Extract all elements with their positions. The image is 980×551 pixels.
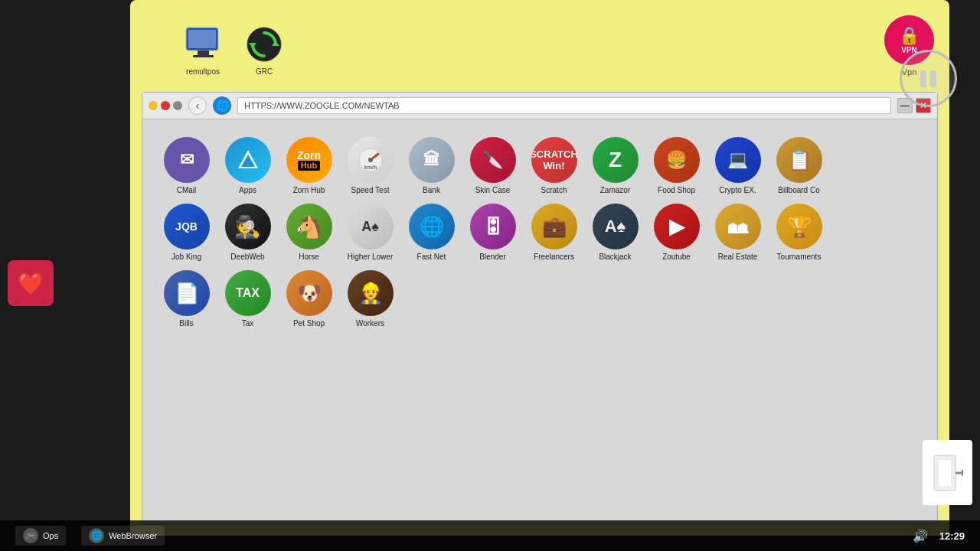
workers-label: Workers bbox=[356, 319, 384, 328]
taskbar: 🎮 Ops 🌐 WebBrowser 🔊 12:29 bbox=[0, 520, 980, 551]
volume-icon[interactable]: 🔊 bbox=[913, 529, 928, 543]
jobking-icon: JQB bbox=[164, 204, 210, 249]
clock: 12:29 bbox=[939, 530, 965, 542]
scratch-label: Scratch bbox=[541, 186, 567, 195]
bills-label: Bills bbox=[179, 319, 193, 328]
app-item-horse[interactable]: 🐴 Horse bbox=[280, 201, 338, 264]
app-item-fastnet[interactable]: 🌐 Fast Net bbox=[403, 201, 460, 264]
realestate-icon: 🏘 bbox=[715, 204, 761, 249]
remote-desktop-label: remultpos bbox=[186, 67, 220, 76]
app-item-workers[interactable]: 👷 Workers bbox=[341, 268, 399, 331]
horse-icon: 🐴 bbox=[286, 204, 332, 249]
app-item-tax[interactable]: TAX Tax bbox=[219, 268, 276, 331]
bank-icon: 🏛 bbox=[409, 137, 455, 183]
desktop-icon-remote[interactable]: remultpos bbox=[176, 23, 230, 76]
traffic-lights bbox=[149, 101, 182, 110]
speedtest-label: Speed Test bbox=[351, 186, 390, 195]
blender-label: Blender bbox=[479, 253, 505, 262]
speedtest-icon: km/h bbox=[348, 137, 394, 183]
browser-window: ‹ 🌐 HTTPS://WWW.ZOOGLE.COM/NEWTAB — ✕ bbox=[142, 92, 938, 524]
apps-icon bbox=[225, 137, 271, 183]
desktop-icons-area: remultpos GRC bbox=[130, 0, 949, 83]
app-item-blender[interactable]: 🎛 Blender bbox=[464, 201, 521, 264]
zoutube-label: Zoutube bbox=[662, 253, 691, 262]
app-item-zamazor[interactable]: Z Zamazor bbox=[586, 135, 644, 197]
taskbar-webbrowser[interactable]: 🌐 WebBrowser bbox=[81, 526, 165, 546]
minimize-button[interactable] bbox=[149, 101, 158, 110]
blender-icon: 🎛 bbox=[470, 204, 516, 249]
zoutube-icon: ▶ bbox=[654, 204, 700, 249]
app-item-higherlower[interactable]: A♠ Higher Lower bbox=[341, 201, 399, 264]
app-item-zornhub[interactable]: Zorn Hub Zorn Hub bbox=[280, 135, 338, 197]
pause-icon bbox=[920, 70, 936, 87]
svg-text:km/h: km/h bbox=[364, 165, 376, 170]
petshop-icon: 🐶 bbox=[286, 270, 332, 316]
apps-label: Apps bbox=[239, 186, 256, 195]
close-button[interactable] bbox=[161, 101, 170, 110]
skincase-label: Skin Case bbox=[475, 186, 511, 195]
back-button[interactable]: ‹ bbox=[188, 96, 207, 115]
app-item-bank[interactable]: 🏛 Bank bbox=[403, 135, 460, 197]
app-item-deebweb[interactable]: 🕵 DeebWeb bbox=[219, 201, 276, 264]
higherlower-label: Higher Lower bbox=[348, 253, 393, 262]
fullscreen-button[interactable] bbox=[173, 101, 182, 110]
webbrowser-label: WebBrowser bbox=[109, 531, 157, 540]
zamazor-label: Zamazor bbox=[600, 186, 630, 195]
horse-label: Horse bbox=[299, 253, 319, 262]
heart-widget[interactable]: ❤️ bbox=[8, 260, 54, 306]
exit-button[interactable] bbox=[923, 440, 972, 505]
webbrowser-icon: 🌐 bbox=[89, 528, 104, 543]
app-item-foodshop[interactable]: 🍔 Food Shop bbox=[648, 135, 705, 197]
taskbar-ops[interactable]: 🎮 Ops bbox=[15, 526, 66, 546]
app-item-realestate[interactable]: 🏘 Real Estate bbox=[709, 201, 766, 264]
blackjack-label: Blackjack bbox=[599, 253, 631, 262]
app-item-speedtest[interactable]: km/h Speed Test bbox=[341, 135, 399, 197]
app-row-3: 📄 Bills TAX Tax 🐶 Pet Shop bbox=[158, 268, 922, 331]
zamazor-icon: Z bbox=[593, 137, 639, 183]
svg-rect-1 bbox=[188, 30, 216, 48]
app-item-zoutube[interactable]: ▶ Zoutube bbox=[648, 201, 705, 264]
url-text: HTTPS://WWW.ZOOGLE.COM/NEWTAB bbox=[244, 101, 400, 110]
desktop-icon-grc[interactable]: GRC bbox=[237, 23, 291, 76]
pause-button[interactable] bbox=[900, 50, 957, 107]
fastnet-icon: 🌐 bbox=[409, 204, 455, 249]
foodshop-label: Food Shop bbox=[658, 186, 695, 195]
blackjack-icon: A♠ bbox=[593, 204, 639, 249]
bills-icon: 📄 bbox=[164, 270, 210, 316]
vpn-lock-icon: 🔒 bbox=[899, 26, 920, 46]
app-item-bills[interactable]: 📄 Bills bbox=[158, 268, 215, 331]
app-item-blackjack[interactable]: A♠ Blackjack bbox=[586, 201, 644, 264]
remote-desktop-icon bbox=[182, 23, 224, 65]
refresh-icon bbox=[243, 23, 286, 65]
app-grid: ✉ CMail Apps bbox=[158, 135, 922, 331]
app-item-jobking[interactable]: JQB Job King bbox=[158, 201, 215, 264]
url-bar[interactable]: HTTPS://WWW.ZOOGLE.COM/NEWTAB bbox=[237, 97, 891, 114]
taskbar-right: 🔊 12:29 bbox=[913, 529, 965, 543]
jobking-label: Job King bbox=[172, 253, 201, 262]
freelancers-label: Freelancers bbox=[534, 253, 574, 262]
tax-label: Tax bbox=[242, 319, 254, 328]
app-item-cmail[interactable]: ✉ CMail bbox=[158, 135, 215, 197]
app-item-skincase[interactable]: 🔪 Skin Case bbox=[464, 135, 521, 197]
app-item-apps[interactable]: Apps bbox=[219, 135, 276, 197]
app-item-freelancers[interactable]: 💼 Freelancers bbox=[525, 201, 583, 264]
freelancers-icon: 💼 bbox=[531, 204, 577, 249]
app-item-scratch[interactable]: SCRATCHWin! Scratch bbox=[525, 135, 583, 197]
app-item-crypto[interactable]: 💻 Crypto EX. bbox=[709, 135, 766, 197]
svg-point-10 bbox=[368, 158, 373, 162]
petshop-label: Pet Shop bbox=[293, 319, 325, 328]
zornhub-icon: Zorn Hub bbox=[286, 137, 332, 183]
cmail-icon: ✉ bbox=[164, 137, 210, 183]
desktop: 🔒 VPN Vpn remultpos bbox=[130, 0, 949, 536]
tournaments-label: Tournaments bbox=[777, 253, 822, 262]
svg-marker-15 bbox=[962, 469, 963, 477]
app-item-billboard[interactable]: 📋 Billboard Co bbox=[770, 135, 828, 197]
scratch-icon: SCRATCHWin! bbox=[531, 137, 577, 183]
ops-icon: 🎮 bbox=[23, 528, 38, 543]
app-item-petshop[interactable]: 🐶 Pet Shop bbox=[280, 268, 338, 331]
higherlower-icon: A♠ bbox=[348, 204, 394, 249]
foodshop-icon: 🍔 bbox=[654, 137, 700, 183]
app-item-tournaments[interactable]: 🏆 Tournaments bbox=[770, 201, 828, 264]
billboard-icon: 📋 bbox=[776, 137, 822, 183]
workers-icon: 👷 bbox=[348, 270, 394, 316]
